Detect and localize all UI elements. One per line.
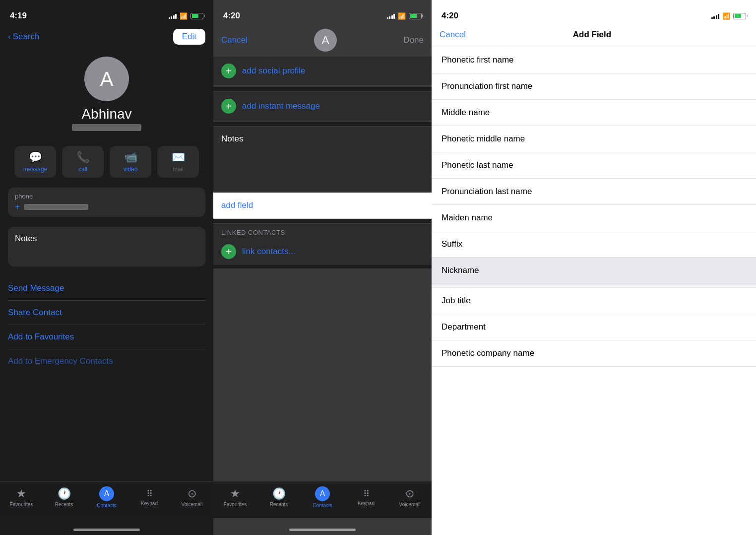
add-instant-message-item[interactable]: + add instant message xyxy=(213,92,432,121)
add-field-item[interactable]: add field xyxy=(213,193,432,219)
add-field-label: add field xyxy=(221,201,253,210)
field-item-pronunciation-last[interactable]: Pronunciation last name xyxy=(432,179,756,205)
back-button-1[interactable]: ‹ Search xyxy=(8,32,40,42)
battery-fill-2 xyxy=(410,14,417,18)
vm-label-2: Voicemail xyxy=(399,502,421,507)
field-item-phonetic-last[interactable]: Phonetic last name xyxy=(432,152,756,179)
status-icons-2: 📶 xyxy=(387,12,422,20)
add-field-nav: Cancel Add Field xyxy=(432,25,756,47)
nav-bar-1: ‹ Search Edit xyxy=(0,25,213,49)
contacts-label-2: Contacts xyxy=(313,503,332,508)
back-label: Search xyxy=(13,32,40,42)
tab-voicemail-1[interactable]: ⊙ Voicemail xyxy=(171,487,213,507)
contact-subtitle xyxy=(72,124,141,131)
field-item-pronunciation-first[interactable]: Pronunciation first name xyxy=(432,73,756,100)
video-icon: 📹 xyxy=(124,151,137,164)
field-item-phonetic-first[interactable]: Phonetic first name xyxy=(432,47,756,73)
field-item-department[interactable]: Department xyxy=(432,314,756,340)
video-button[interactable]: 📹 video xyxy=(110,146,151,178)
field-group-divider xyxy=(432,284,756,288)
recents-icon: 🕐 xyxy=(58,487,71,500)
field-item-job-title[interactable]: Job title xyxy=(432,288,756,314)
tab-keypad-1[interactable]: ⠿ Keypad xyxy=(128,488,171,506)
field-label-job-title: Job title xyxy=(441,296,471,306)
cancel-button-3[interactable]: Cancel xyxy=(440,30,466,40)
vm-icon-2: ⊙ xyxy=(405,487,414,500)
add-social-profile-item[interactable]: + add social profile xyxy=(213,57,432,86)
avatar: A xyxy=(84,57,129,101)
link-contacts-label: link contacts... xyxy=(242,247,296,257)
add-instant-label: add instant message xyxy=(242,101,320,111)
field-label-phonetic-last: Phonetic last name xyxy=(441,160,513,170)
phone-value-placeholder xyxy=(24,204,88,210)
favourites-icon: ★ xyxy=(16,487,26,500)
link-contacts-item[interactable]: + link contacts... xyxy=(213,238,432,265)
tab-contacts-1[interactable]: A Contacts xyxy=(85,486,128,508)
tab-keypad-2[interactable]: ⠿ Keypad xyxy=(344,488,388,506)
message-button[interactable]: 💬 message xyxy=(14,146,56,178)
cancel-button-2[interactable]: Cancel xyxy=(221,35,248,45)
tab-favourites-2[interactable]: ★ Favourites xyxy=(213,487,257,507)
phone-section: phone + xyxy=(8,188,205,217)
field-label-suffix: Suffix xyxy=(441,239,462,249)
home-bar-1 xyxy=(73,529,140,531)
call-button[interactable]: 📞 call xyxy=(62,146,104,178)
signal-icon-1 xyxy=(169,13,177,19)
edit-button[interactable]: Edit xyxy=(173,29,205,45)
field-item-maiden-name[interactable]: Maiden name xyxy=(432,205,756,231)
field-item-phonetic-middle[interactable]: Phonetic middle name xyxy=(432,126,756,152)
add-favourites-link[interactable]: Add to Favourites xyxy=(8,325,205,349)
tab-recents-1[interactable]: 🕐 Recents xyxy=(43,487,85,507)
field-item-middle-name[interactable]: Middle name xyxy=(432,100,756,126)
add-social-label: add social profile xyxy=(242,66,306,76)
battery-icon-3 xyxy=(733,13,746,19)
tab-voicemail-2[interactable]: ⊙ Voicemail xyxy=(388,487,432,507)
tab-recents-2[interactable]: 🕐 Recents xyxy=(257,487,301,507)
chevron-left-icon: ‹ xyxy=(8,32,11,42)
battery-fill-1 xyxy=(192,14,199,18)
linked-contacts-section: LINKED CONTACTS + link contacts... xyxy=(213,224,432,265)
phone-screen-2: 4:20 📶 Cancel A Done + add social profil… xyxy=(213,0,432,535)
contacts-icon-active-2: A xyxy=(315,486,330,501)
avatar-section: A Abhinav xyxy=(0,49,213,141)
tab-bar-1: ★ Favourites 🕐 Recents A Contacts ⠿ Keyp… xyxy=(0,481,213,518)
phone-label: phone xyxy=(15,188,198,202)
key-label-2: Keypad xyxy=(358,501,375,506)
field-item-nickname[interactable]: Nickname xyxy=(432,258,756,284)
status-bar-2: 4:20 📶 xyxy=(213,0,432,25)
recents-label: Recents xyxy=(55,502,73,507)
field-label-middle-name: Middle name xyxy=(441,108,490,118)
send-message-link[interactable]: Send Message xyxy=(8,276,205,301)
tab-bar-2: ★ Favourites 🕐 Recents A Contacts ⠿ Keyp… xyxy=(213,481,432,518)
battery-icon-2 xyxy=(409,13,422,19)
wifi-icon-2: 📶 xyxy=(398,12,406,20)
fav-label-2: Favourites xyxy=(224,502,247,507)
linked-contacts-label: LINKED CONTACTS xyxy=(213,224,432,238)
action-buttons: 💬 message 📞 call 📹 video ✉️ mail xyxy=(0,141,213,183)
rec-icon-2: 🕐 xyxy=(272,487,286,500)
field-item-suffix[interactable]: Suffix xyxy=(432,231,756,258)
voicemail-label: Voicemail xyxy=(182,502,203,507)
list-separator-2 xyxy=(213,122,432,126)
add-emergency-link[interactable]: Add to Emergency Contacts xyxy=(8,349,205,373)
mail-button: ✉️ mail xyxy=(157,146,199,178)
wifi-icon-1: 📶 xyxy=(180,12,188,20)
add-field-title: Add Field xyxy=(573,30,611,40)
battery-icon-1 xyxy=(190,13,203,19)
home-bar-2 xyxy=(289,529,356,531)
field-item-phonetic-company[interactable]: Phonetic company name xyxy=(432,340,756,367)
fav-icon-2: ★ xyxy=(230,487,240,500)
field-label-phonetic-company: Phonetic company name xyxy=(441,348,534,358)
tab-contacts-2[interactable]: A Contacts xyxy=(301,486,344,508)
share-contact-link[interactable]: Share Contact xyxy=(8,301,205,325)
time-1: 4:19 xyxy=(10,11,27,21)
favourites-label: Favourites xyxy=(10,502,33,507)
add-field-list: Phonetic first name Pronunciation first … xyxy=(432,47,756,535)
phone-screen-3: 4:20 📶 Cancel Add Field Phonetic first n… xyxy=(432,0,756,535)
notes-section: Notes xyxy=(8,227,205,267)
done-button-2[interactable]: Done xyxy=(403,35,424,45)
notes-area[interactable]: Notes xyxy=(213,127,432,192)
tab-favourites-1[interactable]: ★ Favourites xyxy=(0,487,43,507)
call-label: call xyxy=(78,166,87,173)
add-phone-icon[interactable]: + xyxy=(15,202,20,212)
